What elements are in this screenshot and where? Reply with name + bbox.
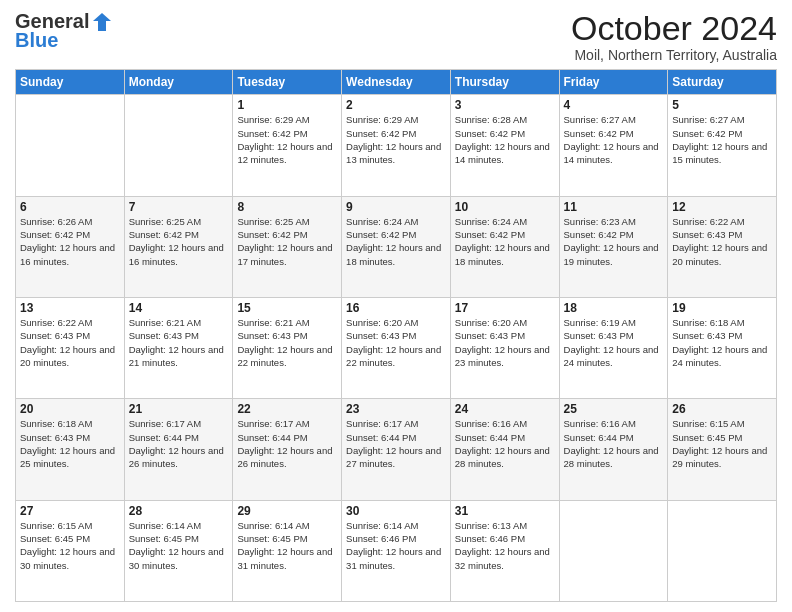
- day-number: 18: [564, 301, 664, 315]
- day-number: 23: [346, 402, 446, 416]
- day-info: Sunrise: 6:24 AM Sunset: 6:42 PM Dayligh…: [455, 215, 555, 268]
- day-info: Sunrise: 6:27 AM Sunset: 6:42 PM Dayligh…: [564, 113, 664, 166]
- page-header: General Blue October 2024 Moil, Northern…: [15, 10, 777, 63]
- table-row: 18Sunrise: 6:19 AM Sunset: 6:43 PM Dayli…: [559, 298, 668, 399]
- table-row: 25Sunrise: 6:16 AM Sunset: 6:44 PM Dayli…: [559, 399, 668, 500]
- day-info: Sunrise: 6:18 AM Sunset: 6:43 PM Dayligh…: [20, 417, 120, 470]
- calendar-week-row: 6Sunrise: 6:26 AM Sunset: 6:42 PM Daylig…: [16, 196, 777, 297]
- col-saturday: Saturday: [668, 70, 777, 95]
- day-info: Sunrise: 6:21 AM Sunset: 6:43 PM Dayligh…: [129, 316, 229, 369]
- col-tuesday: Tuesday: [233, 70, 342, 95]
- day-number: 1: [237, 98, 337, 112]
- day-number: 9: [346, 200, 446, 214]
- col-friday: Friday: [559, 70, 668, 95]
- table-row: 21Sunrise: 6:17 AM Sunset: 6:44 PM Dayli…: [124, 399, 233, 500]
- table-row: [559, 500, 668, 601]
- day-number: 19: [672, 301, 772, 315]
- col-sunday: Sunday: [16, 70, 125, 95]
- day-info: Sunrise: 6:20 AM Sunset: 6:43 PM Dayligh…: [455, 316, 555, 369]
- day-info: Sunrise: 6:15 AM Sunset: 6:45 PM Dayligh…: [20, 519, 120, 572]
- location-title: Moil, Northern Territory, Australia: [571, 47, 777, 63]
- day-number: 29: [237, 504, 337, 518]
- day-info: Sunrise: 6:13 AM Sunset: 6:46 PM Dayligh…: [455, 519, 555, 572]
- calendar-header-row: Sunday Monday Tuesday Wednesday Thursday…: [16, 70, 777, 95]
- day-info: Sunrise: 6:22 AM Sunset: 6:43 PM Dayligh…: [20, 316, 120, 369]
- day-number: 26: [672, 402, 772, 416]
- table-row: 3Sunrise: 6:28 AM Sunset: 6:42 PM Daylig…: [450, 95, 559, 196]
- day-info: Sunrise: 6:26 AM Sunset: 6:42 PM Dayligh…: [20, 215, 120, 268]
- table-row: 16Sunrise: 6:20 AM Sunset: 6:43 PM Dayli…: [342, 298, 451, 399]
- calendar-table: Sunday Monday Tuesday Wednesday Thursday…: [15, 69, 777, 602]
- day-number: 6: [20, 200, 120, 214]
- logo-blue: Blue: [15, 29, 58, 52]
- table-row: 5Sunrise: 6:27 AM Sunset: 6:42 PM Daylig…: [668, 95, 777, 196]
- day-info: Sunrise: 6:17 AM Sunset: 6:44 PM Dayligh…: [129, 417, 229, 470]
- table-row: [668, 500, 777, 601]
- table-row: 17Sunrise: 6:20 AM Sunset: 6:43 PM Dayli…: [450, 298, 559, 399]
- table-row: 1Sunrise: 6:29 AM Sunset: 6:42 PM Daylig…: [233, 95, 342, 196]
- day-info: Sunrise: 6:28 AM Sunset: 6:42 PM Dayligh…: [455, 113, 555, 166]
- table-row: [124, 95, 233, 196]
- table-row: 6Sunrise: 6:26 AM Sunset: 6:42 PM Daylig…: [16, 196, 125, 297]
- day-info: Sunrise: 6:27 AM Sunset: 6:42 PM Dayligh…: [672, 113, 772, 166]
- logo-bird-icon: [91, 11, 113, 33]
- table-row: 28Sunrise: 6:14 AM Sunset: 6:45 PM Dayli…: [124, 500, 233, 601]
- day-number: 25: [564, 402, 664, 416]
- day-info: Sunrise: 6:17 AM Sunset: 6:44 PM Dayligh…: [346, 417, 446, 470]
- table-row: 11Sunrise: 6:23 AM Sunset: 6:42 PM Dayli…: [559, 196, 668, 297]
- day-number: 21: [129, 402, 229, 416]
- day-number: 24: [455, 402, 555, 416]
- day-number: 5: [672, 98, 772, 112]
- day-number: 3: [455, 98, 555, 112]
- day-info: Sunrise: 6:25 AM Sunset: 6:42 PM Dayligh…: [129, 215, 229, 268]
- table-row: 31Sunrise: 6:13 AM Sunset: 6:46 PM Dayli…: [450, 500, 559, 601]
- day-info: Sunrise: 6:15 AM Sunset: 6:45 PM Dayligh…: [672, 417, 772, 470]
- table-row: 19Sunrise: 6:18 AM Sunset: 6:43 PM Dayli…: [668, 298, 777, 399]
- col-wednesday: Wednesday: [342, 70, 451, 95]
- col-monday: Monday: [124, 70, 233, 95]
- day-info: Sunrise: 6:18 AM Sunset: 6:43 PM Dayligh…: [672, 316, 772, 369]
- day-number: 28: [129, 504, 229, 518]
- table-row: 26Sunrise: 6:15 AM Sunset: 6:45 PM Dayli…: [668, 399, 777, 500]
- day-info: Sunrise: 6:14 AM Sunset: 6:46 PM Dayligh…: [346, 519, 446, 572]
- day-info: Sunrise: 6:14 AM Sunset: 6:45 PM Dayligh…: [237, 519, 337, 572]
- table-row: 8Sunrise: 6:25 AM Sunset: 6:42 PM Daylig…: [233, 196, 342, 297]
- day-info: Sunrise: 6:22 AM Sunset: 6:43 PM Dayligh…: [672, 215, 772, 268]
- day-number: 14: [129, 301, 229, 315]
- day-info: Sunrise: 6:16 AM Sunset: 6:44 PM Dayligh…: [564, 417, 664, 470]
- day-number: 13: [20, 301, 120, 315]
- day-info: Sunrise: 6:17 AM Sunset: 6:44 PM Dayligh…: [237, 417, 337, 470]
- day-number: 7: [129, 200, 229, 214]
- day-info: Sunrise: 6:29 AM Sunset: 6:42 PM Dayligh…: [346, 113, 446, 166]
- table-row: 20Sunrise: 6:18 AM Sunset: 6:43 PM Dayli…: [16, 399, 125, 500]
- calendar-week-row: 27Sunrise: 6:15 AM Sunset: 6:45 PM Dayli…: [16, 500, 777, 601]
- table-row: 14Sunrise: 6:21 AM Sunset: 6:43 PM Dayli…: [124, 298, 233, 399]
- day-info: Sunrise: 6:14 AM Sunset: 6:45 PM Dayligh…: [129, 519, 229, 572]
- day-number: 30: [346, 504, 446, 518]
- table-row: 22Sunrise: 6:17 AM Sunset: 6:44 PM Dayli…: [233, 399, 342, 500]
- table-row: 10Sunrise: 6:24 AM Sunset: 6:42 PM Dayli…: [450, 196, 559, 297]
- day-number: 11: [564, 200, 664, 214]
- table-row: 7Sunrise: 6:25 AM Sunset: 6:42 PM Daylig…: [124, 196, 233, 297]
- table-row: 15Sunrise: 6:21 AM Sunset: 6:43 PM Dayli…: [233, 298, 342, 399]
- day-number: 10: [455, 200, 555, 214]
- table-row: 2Sunrise: 6:29 AM Sunset: 6:42 PM Daylig…: [342, 95, 451, 196]
- day-info: Sunrise: 6:16 AM Sunset: 6:44 PM Dayligh…: [455, 417, 555, 470]
- day-number: 17: [455, 301, 555, 315]
- calendar-week-row: 20Sunrise: 6:18 AM Sunset: 6:43 PM Dayli…: [16, 399, 777, 500]
- day-info: Sunrise: 6:25 AM Sunset: 6:42 PM Dayligh…: [237, 215, 337, 268]
- table-row: 30Sunrise: 6:14 AM Sunset: 6:46 PM Dayli…: [342, 500, 451, 601]
- table-row: 24Sunrise: 6:16 AM Sunset: 6:44 PM Dayli…: [450, 399, 559, 500]
- day-info: Sunrise: 6:23 AM Sunset: 6:42 PM Dayligh…: [564, 215, 664, 268]
- table-row: 29Sunrise: 6:14 AM Sunset: 6:45 PM Dayli…: [233, 500, 342, 601]
- table-row: 27Sunrise: 6:15 AM Sunset: 6:45 PM Dayli…: [16, 500, 125, 601]
- day-number: 22: [237, 402, 337, 416]
- day-number: 20: [20, 402, 120, 416]
- day-number: 31: [455, 504, 555, 518]
- calendar-week-row: 1Sunrise: 6:29 AM Sunset: 6:42 PM Daylig…: [16, 95, 777, 196]
- table-row: 9Sunrise: 6:24 AM Sunset: 6:42 PM Daylig…: [342, 196, 451, 297]
- table-row: [16, 95, 125, 196]
- day-number: 8: [237, 200, 337, 214]
- day-info: Sunrise: 6:29 AM Sunset: 6:42 PM Dayligh…: [237, 113, 337, 166]
- day-info: Sunrise: 6:21 AM Sunset: 6:43 PM Dayligh…: [237, 316, 337, 369]
